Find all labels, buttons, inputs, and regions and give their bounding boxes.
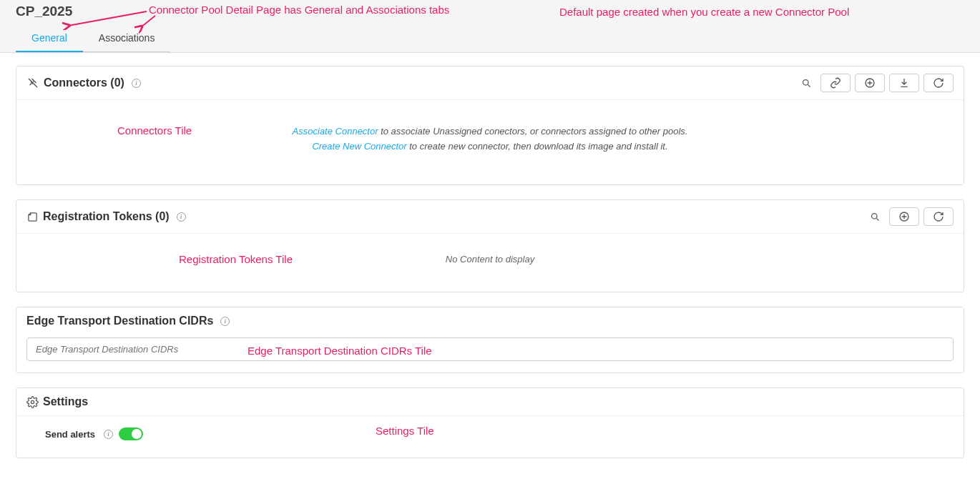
tab-associations[interactable]: Associations [83, 26, 171, 52]
cidrs-title: Edge Transport Destination CIDRs [26, 315, 213, 327]
settings-title: Settings [43, 395, 88, 408]
info-icon[interactable]: i [177, 212, 186, 222]
gear-icon [26, 396, 39, 408]
link-button[interactable] [820, 74, 851, 92]
send-alerts-toggle[interactable] [119, 428, 143, 440]
download-button[interactable] [889, 74, 919, 92]
refresh-button[interactable] [923, 74, 954, 92]
tab-general[interactable]: General [16, 26, 83, 52]
associate-text: to associate Unassigned conectors, or co… [378, 126, 688, 137]
search-button[interactable] [865, 207, 885, 226]
create-connector-link[interactable]: Create New Connector [312, 141, 406, 152]
settings-tile: Settings Send alerts i [16, 387, 964, 458]
add-button[interactable] [855, 74, 885, 92]
connectors-tile: Connectors (0) i [16, 66, 964, 185]
cidrs-input[interactable] [26, 337, 954, 361]
search-button[interactable] [796, 74, 816, 92]
svg-line-2 [808, 84, 810, 87]
info-icon[interactable]: i [220, 317, 230, 326]
tab-bar: General Associations [16, 21, 964, 52]
refresh-button[interactable] [923, 207, 954, 226]
page-title: CP_2025 [16, 0, 964, 21]
add-button[interactable] [889, 207, 919, 226]
tokens-icon [26, 211, 39, 223]
tokens-title: Registration Tokens (0) [43, 210, 170, 223]
associate-connector-link[interactable]: Associate Connector [293, 126, 378, 137]
svg-point-7 [871, 213, 877, 219]
svg-point-12 [31, 400, 34, 403]
send-alerts-label: Send alerts [45, 429, 95, 440]
tokens-empty-message: No Content to display [16, 234, 964, 292]
tokens-tile: Registration Tokens (0) i No Content to … [16, 199, 964, 292]
info-icon[interactable]: i [132, 79, 141, 88]
create-text: to create new connector, then download i… [407, 141, 668, 152]
connectors-title: Connectors (0) [44, 76, 124, 89]
cidrs-tile: Edge Transport Destination CIDRs i [16, 307, 964, 373]
connectors-icon [26, 76, 39, 89]
svg-line-8 [876, 218, 878, 220]
info-icon[interactable]: i [104, 430, 113, 439]
svg-point-1 [803, 79, 808, 85]
